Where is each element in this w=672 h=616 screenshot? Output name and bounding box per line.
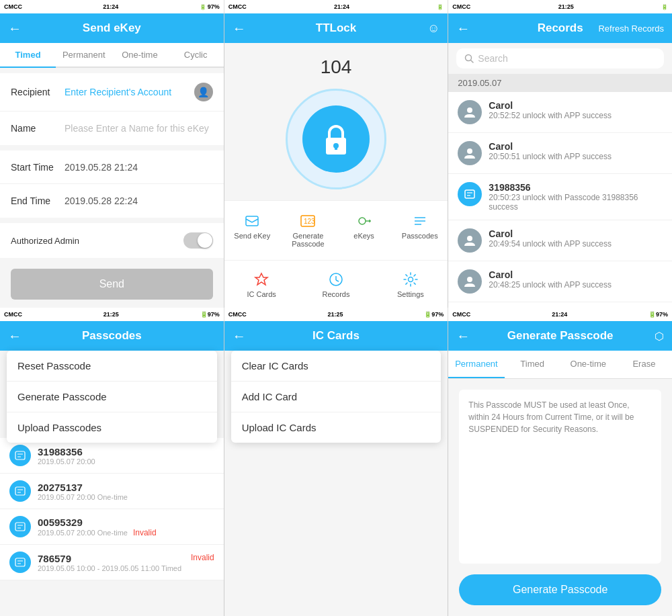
dropdown-upload-passcodes[interactable]: Upload Passcodes	[7, 412, 217, 443]
recipient-section: Recipient Enter Recipient's Account 👤 Na…	[0, 73, 224, 145]
tab-timed[interactable]: Timed	[0, 43, 56, 68]
menu-settings[interactable]: Settings	[373, 263, 448, 306]
gen-tab-one-time[interactable]: One-time	[560, 351, 616, 378]
passcode-code-row-3: 786579 Invalid	[38, 553, 214, 564]
passcode-item-3[interactable]: 786579 Invalid 2019.05.05 10:00 - 2019.0…	[0, 545, 224, 580]
screen-ttlock: ← TTLock ☺ 104	[224, 13, 449, 308]
gen-tab-timed[interactable]: Timed	[505, 351, 560, 378]
passcode-item-2[interactable]: 00595329 2019.05.07 20:00 One-time Inval…	[0, 509, 224, 545]
lock-inner[interactable]	[302, 105, 370, 173]
menu-gen-passcode[interactable]: 123 Generate Passcode	[280, 205, 336, 256]
person-icon-0	[463, 105, 476, 119]
passcode-meta-1: 2019.05.07 20:00 One-time	[38, 493, 214, 501]
menu-send-ekey[interactable]: Send eKey	[224, 205, 280, 256]
carrier-s3: CMCC	[452, 3, 470, 10]
svg-point-24	[467, 236, 472, 241]
menu-ekeys-label: eKeys	[353, 232, 374, 240]
share-icon-s6[interactable]: ⬡	[655, 330, 664, 343]
menu-gen-passcode-label: Generate Passcode	[283, 232, 333, 248]
status-bar-s3: CMCC 21:25 🔋	[448, 0, 672, 13]
contact-icon[interactable]: 👤	[194, 83, 213, 101]
hash-icon-0	[14, 449, 26, 461]
gen-notice: This Passcode MUST be used at least Once…	[459, 390, 661, 564]
carrier-s1: CMCC	[4, 3, 22, 10]
menu-ekeys[interactable]: eKeys	[336, 205, 392, 256]
passcode-icon-1	[9, 480, 31, 502]
tab-permanent[interactable]: Permanent	[56, 43, 112, 67]
time-s1: 21:24	[103, 3, 118, 10]
passcode-info-2: 00595329 2019.05.07 20:00 One-time Inval…	[38, 517, 214, 537]
tab-cyclic[interactable]: Cyclic	[168, 43, 224, 67]
status-bar-s6: CMCC 21:24 🔋97%	[448, 308, 672, 321]
passcode-icon-0	[9, 445, 31, 466]
ekey-tabs: Timed Permanent One-time Cyclic	[0, 43, 224, 68]
menu-settings-label: Settings	[397, 290, 424, 298]
gen-passcode-tabs: Permanent Timed One-time Erase	[448, 351, 672, 379]
svg-line-15	[336, 280, 339, 281]
settings-icon-s2[interactable]: ☺	[427, 21, 439, 36]
screen-passcodes: ← Passcodes Reset Passcode Generate Pass…	[0, 321, 224, 616]
back-button-s3[interactable]: ←	[456, 21, 470, 36]
dropdown-upload-ic[interactable]: Upload IC Cards	[231, 412, 442, 443]
menu-passcodes[interactable]: Passcodes	[392, 205, 448, 256]
record-item-0[interactable]: Carol 20:52:52 unlock with APP success	[448, 92, 672, 133]
hash-icon-1	[14, 485, 26, 497]
send-button[interactable]: Send	[11, 269, 213, 300]
gen-tab-permanent[interactable]: Permanent	[448, 351, 504, 378]
passcode-item-1[interactable]: 20275137 2019.05.07 20:00 One-time	[0, 474, 224, 509]
record-item-1[interactable]: Carol 20:50:51 unlock with APP success	[448, 133, 672, 174]
screen-send-ekey: ← Send eKey Timed Permanent One-time Cyc…	[0, 13, 224, 308]
passcode-item-0[interactable]: 31988356 2019.05.07 20:00	[0, 438, 224, 474]
start-time-value[interactable]: 2019.05.28 21:24	[65, 162, 213, 173]
menu-ic-cards[interactable]: IC Cards	[224, 263, 299, 306]
end-time-value[interactable]: 2019.05.28 22:24	[65, 195, 213, 206]
back-button-s2[interactable]: ←	[233, 21, 246, 36]
hash-icon-3	[14, 556, 26, 568]
record-item-3[interactable]: Carol 20:49:54 unlock with APP success	[448, 220, 672, 261]
records-icon	[328, 271, 344, 288]
record-avatar-3	[458, 228, 482, 253]
search-container[interactable]: Search	[456, 48, 664, 69]
admin-row: Authorized Admin	[0, 223, 224, 258]
back-button-s6[interactable]: ←	[456, 328, 470, 344]
gen-passcode-button[interactable]: Generate Passcode	[459, 574, 661, 605]
dropdown-add-ic[interactable]: Add IC Card	[231, 382, 442, 412]
recipient-label: Recipient	[11, 87, 65, 97]
record-item-5[interactable]: Carol 20:44:25 unlock with APP success	[448, 302, 672, 308]
name-input[interactable]: Please Enter a Name for this eKey	[65, 123, 213, 134]
status-bar-s5: CMCC 21:25 🔋97%	[224, 308, 449, 321]
dropdown-reset-passcode[interactable]: Reset Passcode	[7, 351, 217, 382]
back-button-s5[interactable]: ←	[233, 328, 246, 344]
search-placeholder[interactable]: Search	[478, 53, 507, 64]
record-item-2[interactable]: 31988356 20:50:23 unlock with Passcode 3…	[448, 174, 672, 220]
topbar-ttlock: ← TTLock ☺	[224, 13, 448, 43]
admin-toggle[interactable]	[183, 232, 213, 249]
person-icon-4	[463, 275, 476, 288]
record-name-2: 31988356	[489, 182, 663, 193]
back-button-s1[interactable]: ←	[8, 21, 22, 36]
svg-point-20	[467, 148, 472, 154]
lock-circle	[286, 89, 386, 189]
tab-one-time[interactable]: One-time	[112, 43, 167, 67]
record-info-2: 31988356 20:50:23 unlock with Passcode 3…	[489, 182, 663, 212]
dropdown-gen-passcode[interactable]: Generate Passcode	[7, 382, 217, 412]
record-avatar-2	[458, 182, 482, 206]
record-time-1: 20:50:51 unlock with APP success	[489, 152, 612, 161]
record-item-4[interactable]: Carol 20:48:25 unlock with APP success	[448, 261, 672, 302]
back-button-s4[interactable]: ←	[8, 328, 22, 344]
svg-rect-33	[15, 523, 25, 531]
passcode-info-1: 20275137 2019.05.07 20:00 One-time	[38, 482, 214, 501]
screen-records: ← Records Refresh Records Search 2019.05…	[448, 13, 672, 308]
record-name-4: Carol	[489, 269, 612, 280]
title-passcodes: Passcodes	[82, 329, 142, 343]
recipient-input[interactable]: Enter Recipient's Account	[65, 87, 194, 97]
menu-records[interactable]: Records	[299, 263, 374, 306]
passcode-meta-0: 2019.05.07 20:00	[38, 457, 214, 466]
topbar-gen-passcode: ← Generate Passcode ⬡	[448, 321, 672, 351]
gen-tab-erase[interactable]: Erase	[616, 351, 672, 378]
dropdown-clear-ic[interactable]: Clear IC Cards	[231, 351, 442, 382]
record-name-3: Carol	[489, 228, 612, 239]
refresh-records-button[interactable]: Refresh Records	[598, 24, 664, 34]
lock-icon	[319, 121, 353, 158]
time-section: Start Time 2019.05.28 21:24 End Time 201…	[0, 150, 224, 218]
